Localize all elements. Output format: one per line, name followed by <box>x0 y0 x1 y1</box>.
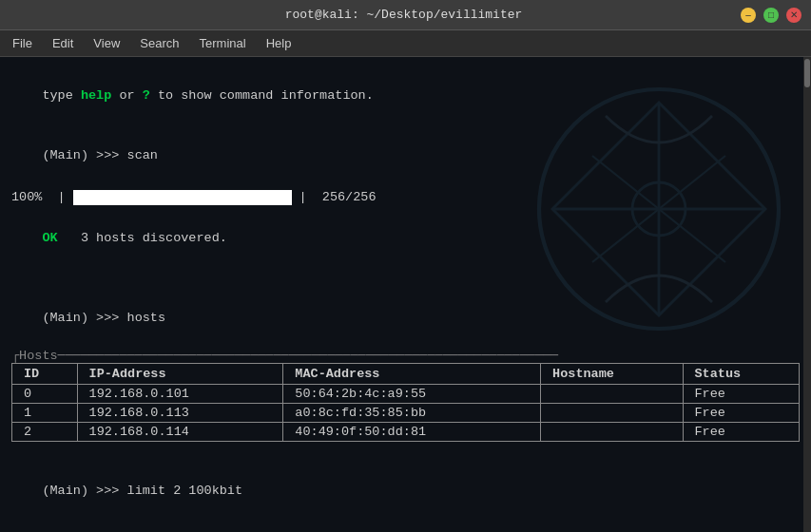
minimize-button[interactable]: – <box>741 8 756 23</box>
menu-help[interactable]: Help <box>259 34 299 52</box>
menu-search[interactable]: Search <box>132 34 186 52</box>
col-status: Status <box>683 363 800 384</box>
window-title: root@kali: ~/Desktop/evillimiter <box>67 8 741 22</box>
limit1-ok-line: OK 192.168.0.114 limited to 100kbit. <box>11 522 800 532</box>
cell-ip: 192.168.0.114 <box>77 422 283 441</box>
titlebar: root@kali: ~/Desktop/evillimiter – □ ✕ <box>0 0 811 30</box>
cell-status: Free <box>683 422 800 441</box>
menu-terminal[interactable]: Terminal <box>192 34 254 52</box>
progress-count: 256/256 <box>322 188 377 208</box>
cell-status: Free <box>683 384 800 403</box>
col-hostname: Hostname <box>541 363 683 384</box>
table-header-row: ID IP-Address MAC-Address Hostname Statu… <box>12 363 800 384</box>
cell-mac: 40:49:0f:50:dd:81 <box>283 422 541 441</box>
terminal-content[interactable]: type help or ? to show command informati… <box>0 57 811 532</box>
hosts-table-section: ┌Hosts──────────────────────────────────… <box>11 349 800 442</box>
cell-hostname <box>541 384 683 403</box>
col-mac: MAC-Address <box>283 363 541 384</box>
col-ip: IP-Address <box>77 363 283 384</box>
window-controls: – □ ✕ <box>741 8 801 23</box>
hosts-discovered-line: OK 3 hosts discovered. <box>11 209 800 269</box>
col-id: ID <box>12 363 78 384</box>
cell-ip: 192.168.0.101 <box>77 384 283 403</box>
cell-hostname <box>541 422 683 441</box>
empty-line-2 <box>11 442 800 462</box>
menu-view[interactable]: View <box>86 34 127 52</box>
cell-status: Free <box>683 403 800 422</box>
scrollbar-thumb[interactable] <box>804 59 810 87</box>
empty-line-1 <box>11 269 800 289</box>
hosts-command-line: (Main) >>> hosts <box>11 289 800 349</box>
table-row: 0 192.168.0.101 50:64:2b:4c:a9:55 Free <box>12 384 800 403</box>
intro-line: type help or ? to show command informati… <box>11 66 800 126</box>
scrollbar[interactable] <box>803 57 811 532</box>
maximize-button[interactable]: □ <box>763 8 779 23</box>
cell-mac: a0:8c:fd:35:85:bb <box>283 403 541 422</box>
limit1-command-line: (Main) >>> limit 2 100kbit <box>11 462 800 522</box>
menubar: File Edit View Search Terminal Help <box>0 30 811 57</box>
cell-hostname <box>541 403 683 422</box>
menu-edit[interactable]: Edit <box>45 34 81 52</box>
progress-line: 100% | | 256/256 <box>11 188 800 208</box>
scan-command-line: (Main) >>> scan <box>11 126 800 186</box>
table-row: 1 192.168.0.113 a0:8c:fd:35:85:bb Free <box>12 403 800 422</box>
progress-percent: 100% <box>11 188 42 208</box>
menu-file[interactable]: File <box>5 34 40 52</box>
table-row: 2 192.168.0.114 40:49:0f:50:dd:81 Free <box>12 422 800 441</box>
close-button[interactable]: ✕ <box>786 8 801 23</box>
hosts-border-top: ┌Hosts──────────────────────────────────… <box>11 349 800 363</box>
cell-id: 1 <box>12 403 78 422</box>
hosts-table: ID IP-Address MAC-Address Hostname Statu… <box>11 363 800 442</box>
cell-ip: 192.168.0.113 <box>77 403 283 422</box>
cell-id: 0 <box>12 384 78 403</box>
cell-id: 2 <box>12 422 78 441</box>
cell-mac: 50:64:2b:4c:a9:55 <box>283 384 541 403</box>
progress-bar <box>73 190 292 205</box>
